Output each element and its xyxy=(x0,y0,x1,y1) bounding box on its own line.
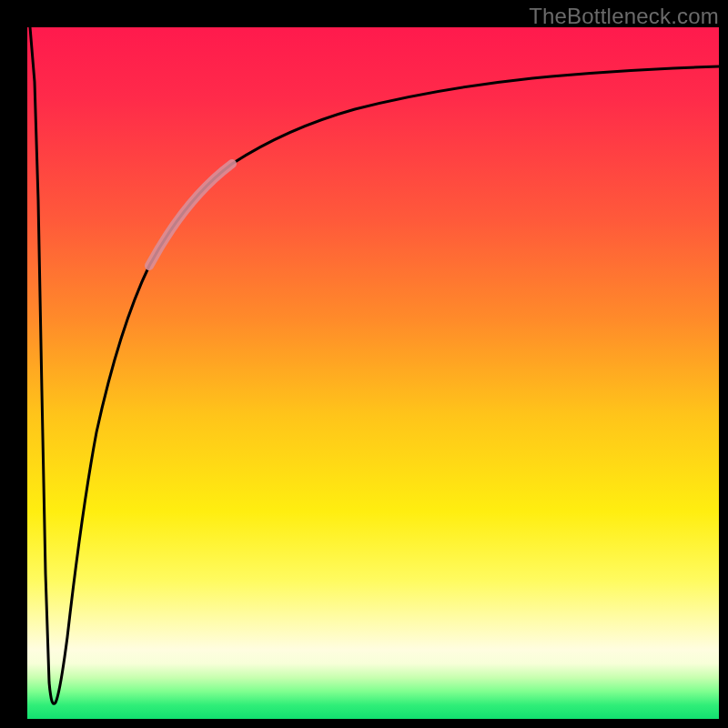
chart-frame: TheBottleneck.com xyxy=(0,0,728,728)
highlight-segment xyxy=(149,164,232,266)
plot-area xyxy=(27,27,719,719)
bottleneck-curve xyxy=(30,27,719,703)
curve-layer xyxy=(27,27,719,719)
watermark-label: TheBottleneck.com xyxy=(529,4,719,29)
